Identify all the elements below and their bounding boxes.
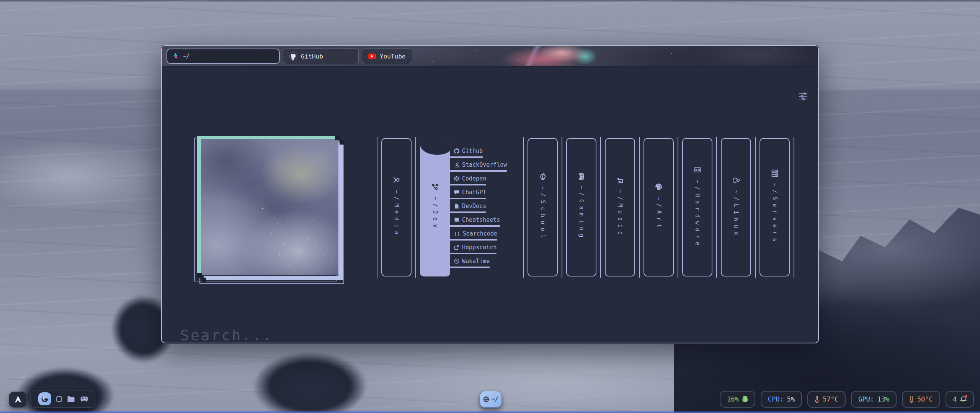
- palette-icon: [655, 183, 662, 190]
- book-label: ~/Dev: [432, 197, 439, 231]
- book-linux[interactable]: ~/Linux: [721, 138, 751, 276]
- folder-icon[interactable]: [67, 396, 75, 402]
- tab-github[interactable]: GitHub: [283, 48, 359, 64]
- shelf-divider: [716, 137, 717, 278]
- ram-usage-pill[interactable]: 16%: [720, 391, 755, 408]
- ram-icon: [742, 396, 748, 403]
- desktop: ~/ GitHub YouTube: [0, 0, 980, 413]
- link-codepen[interactable]: Codepen: [454, 175, 488, 189]
- shelf-divider: [562, 137, 562, 278]
- link-label: DevDocs: [462, 203, 486, 210]
- notifications-pill[interactable]: 4: [946, 391, 974, 408]
- tab-label: GitHub: [301, 53, 323, 60]
- thermometer-icon: [909, 396, 914, 403]
- ram-value: 16%: [727, 395, 739, 403]
- link-label: ChatGPT: [462, 189, 486, 196]
- arch-icon: [13, 395, 23, 404]
- book-label: ~/Linux: [733, 190, 740, 238]
- status-bar: 16% CPU: 5% 57°C GPU: 13% 50°C: [720, 391, 974, 408]
- notification-dot: [965, 395, 967, 398]
- link-label: WakaTime: [462, 258, 490, 265]
- link-label: Searchcode: [463, 230, 497, 237]
- shelf-divider: [415, 137, 416, 278]
- codepen-icon: [454, 176, 459, 181]
- link-underline: [447, 198, 486, 199]
- book-top-cap: [420, 138, 450, 155]
- link-devdocs[interactable]: DevDocs: [454, 203, 488, 216]
- chat-bubble-icon: [454, 190, 459, 195]
- user-icon: [393, 176, 400, 184]
- book-hardware[interactable]: ~/Hardware: [682, 138, 712, 276]
- book-dev-open[interactable]: ~/Dev: [420, 138, 450, 276]
- search-input[interactable]: [180, 324, 787, 343]
- gpu-temp-pill[interactable]: 50°C: [902, 391, 940, 408]
- link-underline: [447, 267, 490, 268]
- settings-sliders-icon[interactable]: [798, 92, 808, 102]
- browser-window: ~/ GitHub YouTube: [161, 45, 819, 343]
- graduation-cap-icon: [539, 173, 546, 180]
- window-icon[interactable]: [56, 396, 62, 402]
- link-chatgpt[interactable]: ChatGPT: [454, 189, 488, 203]
- link-stackoverflow[interactable]: StackOverflow: [454, 161, 508, 175]
- frame-corner-handle: [335, 135, 340, 140]
- newtab-page: ~/Media ~/Dev Github: [162, 67, 818, 343]
- tab-label: YouTube: [380, 53, 405, 60]
- book-media[interactable]: ~/Media: [381, 138, 412, 276]
- git-branch-icon: [431, 183, 439, 190]
- frame-periwinkle-border: [338, 142, 343, 279]
- book-servers[interactable]: ~/Servers: [760, 138, 790, 276]
- github-icon: [454, 148, 459, 154]
- link-underline: [447, 184, 486, 185]
- dock: [30, 390, 96, 408]
- gpu-temp-value: 50°C: [917, 395, 933, 403]
- firefox-icon[interactable]: [38, 392, 51, 405]
- hoppscotch-icon: [454, 245, 459, 250]
- gpu-label: GPU:: [858, 395, 874, 403]
- gpu-usage-pill[interactable]: GPU: 13%: [851, 391, 897, 408]
- shelf-divider: [755, 137, 756, 278]
- shelf-divider: [377, 137, 377, 278]
- youtube-icon: [368, 54, 376, 59]
- tab-youtube[interactable]: YouTube: [362, 48, 412, 64]
- app-launcher-button[interactable]: [9, 392, 27, 408]
- book-icon: [454, 217, 459, 223]
- notification-count: 4: [953, 395, 957, 403]
- stackoverflow-icon: [454, 162, 459, 167]
- painting-stars: [262, 208, 263, 209]
- book-gaming[interactable]: ~/Gaming: [566, 138, 596, 276]
- book-school[interactable]: ~/School: [528, 138, 558, 276]
- wallpaper-bottom-edge: [0, 411, 980, 413]
- book-label: ~/Servers: [771, 183, 778, 245]
- link-wakatime[interactable]: WakaTime: [454, 258, 491, 272]
- server-rack-icon: [771, 169, 778, 177]
- book-music[interactable]: ~/Music: [605, 138, 635, 276]
- frame-periwinkle-border: [204, 276, 343, 280]
- cpu-temp-value: 57°C: [823, 395, 838, 403]
- link-cheatsheets[interactable]: Cheatsheets: [454, 216, 501, 230]
- cpu-label: CPU:: [768, 395, 784, 403]
- active-task-label: ~/: [491, 396, 498, 403]
- book-label: ~/Music: [617, 190, 624, 238]
- gamepad-icon: [578, 172, 584, 180]
- github-icon: [289, 52, 297, 60]
- pc-tower-icon: [694, 167, 701, 173]
- book-label: ~/Hardware: [694, 180, 701, 249]
- url-bar[interactable]: ~/: [167, 49, 280, 64]
- link-searchcode[interactable]: {} Searchcode: [454, 230, 499, 244]
- book-art[interactable]: ~/Art: [644, 138, 674, 276]
- link-hoppscotch[interactable]: Hoppscotch: [454, 244, 498, 258]
- cloud-painting-image: [201, 139, 339, 275]
- browser-tab-bar: ~/ GitHub YouTube: [162, 46, 818, 67]
- link-github[interactable]: Github: [454, 148, 484, 161]
- gamepad-icon[interactable]: [80, 396, 88, 402]
- cpu-usage-pill[interactable]: CPU: 5%: [761, 391, 802, 408]
- shelf-divider: [678, 137, 678, 278]
- document-icon: [454, 203, 459, 209]
- active-task-button[interactable]: ~/: [480, 391, 502, 408]
- link-label: StackOverflow: [462, 161, 507, 168]
- frame-corner-handle: [197, 273, 202, 278]
- link-underline: [447, 225, 500, 227]
- cpu-temp-pill[interactable]: 57°C: [807, 391, 846, 408]
- link-underline: [447, 239, 497, 241]
- book-label: ~/School: [539, 186, 546, 241]
